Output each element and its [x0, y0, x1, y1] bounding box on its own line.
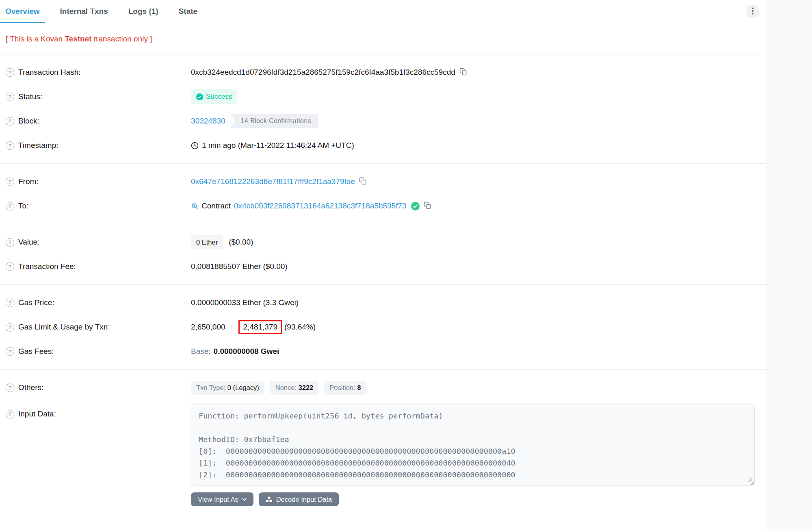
row-label: Gas Fees:: [18, 347, 54, 356]
copy-button[interactable]: [459, 68, 467, 77]
copy-icon: [459, 68, 467, 77]
contract-verified-icon: [411, 202, 420, 210]
view-input-as-button[interactable]: View Input As: [191, 492, 253, 506]
row-label: Transaction Fee:: [18, 262, 76, 271]
gas-price-value: 0.0000000033 Ether (3.3 Gwei): [191, 298, 299, 307]
transaction-fee-value: 0.0081885507 Ether ($0.00): [191, 262, 288, 271]
input-data-row: ? Input Data: Function: performUpkeep(ui…: [0, 403, 766, 506]
clock-icon: [191, 142, 199, 150]
position-badge: Position: 8: [324, 381, 366, 395]
nonce-badge: Nonce: 3222: [270, 381, 319, 395]
input-data-content: Function: performUpkeep(uint256 id, byte…: [199, 410, 747, 481]
row-label: Gas Price:: [18, 298, 54, 307]
page-background-strip: [766, 0, 812, 531]
row-label: Input Data:: [18, 410, 56, 418]
others-row: ? Others: Txn Type: 0 (Legacy) Nonce: 32…: [0, 375, 766, 400]
row-label: Value:: [18, 238, 39, 247]
row-label: Others:: [18, 383, 43, 392]
row-label: Timestamp:: [18, 141, 58, 150]
copy-icon: [424, 202, 431, 210]
help-icon[interactable]: ?: [6, 384, 14, 392]
copy-button[interactable]: [424, 202, 431, 210]
copy-button[interactable]: [359, 177, 367, 186]
to-row: ? To: Contract 0x4cb093f226983713164a621…: [0, 194, 766, 218]
help-icon[interactable]: ?: [6, 178, 14, 186]
help-icon[interactable]: ?: [6, 299, 14, 307]
help-icon[interactable]: ?: [6, 410, 14, 418]
pipe-separator: |: [231, 323, 233, 332]
from-row: ? From: 0x647e7168122263d8e7f81f17fff9c2…: [0, 169, 766, 194]
gas-price-row: ? Gas Price: 0.0000000033 Ether (3.3 Gwe…: [0, 290, 766, 315]
block-confirmations-badge: 14 Block Confirmations: [230, 114, 318, 128]
transaction-hash-value: 0xcb324eedcd1d07296fdf3d215a2865275f159c…: [191, 68, 455, 77]
status-row: ? Status: Success: [0, 85, 766, 109]
cubes-icon: [266, 496, 273, 503]
row-label: Block:: [18, 117, 39, 126]
help-icon[interactable]: ?: [6, 93, 14, 101]
help-icon[interactable]: ?: [6, 238, 14, 247]
tab-bar: Overview Internal Txns Logs (1) State: [0, 0, 766, 23]
gas-limit-value: 2,650,000: [191, 323, 225, 332]
help-icon[interactable]: ?: [6, 323, 14, 332]
tab-internal-txns[interactable]: Internal Txns: [55, 0, 113, 23]
help-icon[interactable]: ?: [6, 262, 14, 271]
row-label: To:: [18, 202, 28, 210]
to-contract-link[interactable]: 0x4cb093f226983713164a62138c3f718a5b595f…: [234, 202, 407, 210]
base-fee-value: 0.000000008 Gwei: [214, 347, 279, 356]
decode-input-data-button[interactable]: Decode Input Data: [259, 492, 339, 506]
copy-icon: [359, 177, 367, 186]
transaction-fee-row: ? Transaction Fee: 0.0081885507 Ether ($…: [0, 254, 766, 279]
base-fee-label: Base:: [191, 347, 211, 356]
input-data-box[interactable]: Function: performUpkeep(uint256 id, byte…: [191, 403, 755, 486]
gas-used-percent: (93.64%): [284, 323, 316, 332]
help-icon[interactable]: ?: [6, 117, 14, 126]
zoom-in-icon: [191, 202, 198, 210]
ether-value-badge: 0 Ether: [191, 235, 223, 249]
vertical-ellipsis-icon: [752, 7, 754, 16]
row-label: Gas Limit & Usage by Txn:: [18, 323, 110, 332]
tab-state[interactable]: State: [173, 0, 203, 23]
transaction-hash-row: ? Transaction Hash: 0xcb324eedcd1d07296f…: [0, 60, 766, 85]
timestamp-value: 1 min ago (Mar-11-2022 11:46:24 AM +UTC): [202, 141, 354, 150]
block-number-link[interactable]: 30324830: [191, 117, 225, 126]
testnet-warning: [ This is a Kovan Testnet transaction on…: [0, 23, 766, 54]
help-icon[interactable]: ?: [6, 141, 14, 150]
row-label: From:: [18, 177, 39, 186]
transaction-detail-card: Overview Internal Txns Logs (1) State [ …: [0, 0, 766, 524]
help-icon[interactable]: ?: [6, 347, 14, 356]
gas-fees-row: ? Gas Fees: Base: 0.000000008 Gwei: [0, 339, 766, 364]
status-badge: Success: [191, 89, 237, 104]
row-label: Status:: [18, 92, 42, 101]
usd-value: ($0.00): [229, 238, 253, 247]
check-circle-icon: [196, 93, 203, 100]
help-icon[interactable]: ?: [6, 202, 14, 210]
timestamp-row: ? Timestamp: 1 min ago (Mar-11-2022 11:4…: [0, 133, 766, 158]
gas-used-value-highlighted: 2,481,379: [238, 320, 282, 334]
resize-handle-icon[interactable]: [748, 475, 753, 484]
chevron-down-icon: [242, 498, 247, 501]
row-label: Transaction Hash:: [18, 68, 80, 77]
tab-overview[interactable]: Overview: [0, 0, 45, 23]
txn-type-badge: Txn Type: 0 (Legacy): [191, 381, 264, 395]
tab-logs[interactable]: Logs (1): [123, 0, 164, 23]
gas-limit-usage-row: ? Gas Limit & Usage by Txn: 2,650,000 | …: [0, 315, 766, 339]
more-options-button[interactable]: [747, 5, 759, 17]
value-row: ? Value: 0 Ether ($0.00): [0, 230, 766, 254]
from-address-link[interactable]: 0x647e7168122263d8e7f81f17fff9c2f1aa379f…: [191, 177, 355, 186]
block-row: ? Block: 30324830 14 Block Confirmations: [0, 109, 766, 133]
contract-prefix: Contract: [201, 202, 231, 210]
help-icon[interactable]: ?: [6, 68, 14, 77]
